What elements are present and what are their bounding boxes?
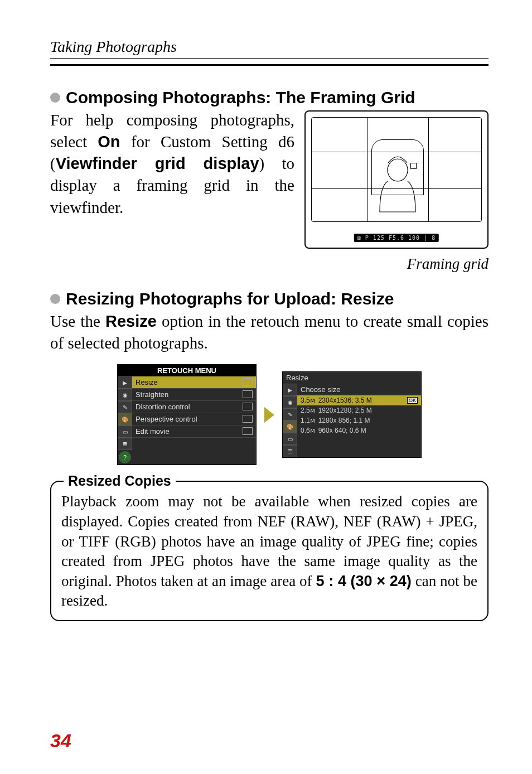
retouch-menu-item: Perspective control [132,413,256,425]
resize-options: Choose size 3.5ᴍ2304x1536; 3.5 MOK2.5ᴍ19… [297,384,421,457]
resize-option: 3.5ᴍ2304x1536; 3.5 MOK [297,395,421,405]
tab-help-icon: ? [119,451,131,463]
retouch-menu-item: Straighten [132,389,256,401]
retouch-menu: RETOUCH MENU ▶ ◉ ✎ 🎨 ▭ ≣ ? ResizeStraigh… [117,364,257,465]
section1-body: For help composing photographs, select O… [50,109,294,219]
retouch-menu-item: Distortion control [132,401,256,413]
figure-caption: Framing grid [304,255,489,273]
resize-option: 2.5ᴍ1920x1280; 2.5 M [297,405,421,415]
section1-title-row: Composing Photographs: The Framing Grid [50,88,489,107]
tab-playback-icon: ▶ [283,384,297,396]
tab-retouch-icon: 🎨 [283,420,297,433]
menus-row: RETOUCH MENU ▶ ◉ ✎ 🎨 ▭ ≣ ? ResizeStraigh… [50,364,489,465]
retouch-menu-item: Edit movie [132,425,256,438]
resized-copies-callout: Resized Copies Playback zoom may not be … [50,481,489,621]
tab-setup-icon: ▭ [118,425,132,438]
menu-tabs: ▶ ◉ ✎ 🎨 ▭ ≣ ? [118,376,132,465]
tab-recent-icon: ≣ [283,445,297,457]
retouch-menu-item: Resize [132,376,256,389]
retouch-menu-items: ResizeStraightenDistortion controlPerspe… [132,376,256,465]
section1-body-block: For help composing photographs, select O… [50,107,489,273]
section1-title: Composing Photographs: The Framing Grid [66,88,415,107]
s2-pre: Use the [50,312,105,330]
viewfinder-figure: ⊠ P 125 F5.6 100 | 8 Framing grid [304,107,489,273]
resize-submenu-title: Resize [283,372,421,384]
resize-submenu: Resize ▶ ◉ ✎ 🎨 ▭ ≣ Choose size 3.5ᴍ2304x… [282,371,422,458]
tab-playback-icon: ▶ [118,376,132,389]
section2-title: Resizing Photographs for Upload: Resize [66,289,394,308]
arrow-right-icon [264,407,274,423]
s2-bold: Resize [105,312,157,330]
viewfinder-info-bar: ⊠ P 125 F5.6 100 | 8 [354,234,439,242]
section2-title-row: Resizing Photographs for Upload: Resize [50,289,489,308]
s1-on: On [98,133,120,151]
tab-retouch-icon: 🎨 [118,413,132,425]
s1-setting: Viewfinder grid display [56,154,259,172]
tab-camera-icon: ◉ [118,389,132,401]
tab-recent-icon: ≣ [118,438,132,450]
section2: Resizing Photographs for Upload: Resize … [50,289,489,465]
tab-setup-icon: ▭ [283,433,297,445]
running-head-text: Taking Photographs [50,38,489,59]
retouch-menu-title: RETOUCH MENU [118,365,256,376]
tab-pencil-icon: ✎ [283,408,297,420]
page-number: 34 [50,730,71,752]
section2-body: Use the Resize option in the retouch men… [50,311,489,354]
resize-option: 0.6ᴍ 960x 640; 0.6 M [297,425,421,436]
tab-camera-icon: ◉ [283,396,297,408]
choose-size-label: Choose size [297,384,421,395]
resize-option: 1.1ᴍ1280x 856; 1.1 M [297,415,421,425]
co-bold: 5 : 4 (30 × 24) [316,573,412,589]
submenu-tabs: ▶ ◉ ✎ 🎨 ▭ ≣ [283,384,297,457]
callout-title: Resized Copies [64,473,176,489]
callout-text: Playback zoom may not be available when … [61,492,477,611]
tab-pencil-icon: ✎ [118,401,132,413]
bullet-icon [50,294,60,304]
bullet-icon [50,93,60,103]
running-head: Taking Photographs [50,38,489,66]
subject-icon [371,151,424,217]
viewfinder-illustration: ⊠ P 125 F5.6 100 | 8 [304,110,489,249]
